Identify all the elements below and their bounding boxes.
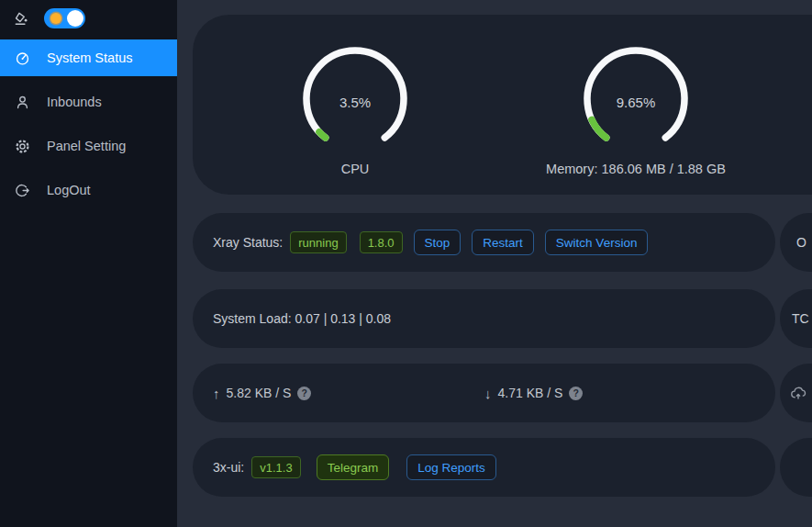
sidebar-item-label: Panel Setting <box>47 139 126 153</box>
xray-running-tag: running <box>290 231 346 253</box>
upload-speed-text: 5.82 KB / S <box>227 386 292 400</box>
right-card-connections: TC <box>780 289 812 348</box>
sidebar-menu: System Status Inbounds <box>0 39 177 208</box>
sidebar-item-panel-setting[interactable]: Panel Setting <box>0 128 177 164</box>
arrow-down-icon: ↓ <box>484 386 492 401</box>
app-version-card: 3x-ui: v1.1.3 Telegram Log Reports <box>193 438 775 497</box>
app-version-tag: v1.1.3 <box>251 456 300 478</box>
gear-icon <box>15 139 30 154</box>
sidebar-item-label: LogOut <box>47 183 91 197</box>
right-card-text-fragment: O <box>796 235 806 250</box>
log-reports-button[interactable]: Log Reports <box>406 454 496 480</box>
sidebar-theme-row <box>0 0 177 37</box>
user-icon <box>15 95 30 110</box>
memory-caption: Memory: 186.06 MB / 1.88 GB <box>544 162 728 176</box>
sun-icon <box>50 13 61 24</box>
sidebar-item-inbounds[interactable]: Inbounds <box>0 84 177 120</box>
sidebar-item-label: System Status <box>47 50 132 65</box>
telegram-button[interactable]: Telegram <box>317 454 390 480</box>
right-card-traffic <box>780 364 812 422</box>
cpu-percent: 3.5% <box>300 44 410 154</box>
right-card-uptime: O <box>780 213 812 272</box>
system-load-card: System Load: 0.07 | 0.13 | 0.08 <box>193 289 775 348</box>
dashboard-icon <box>15 50 30 66</box>
theme-color-icon[interactable] <box>14 11 29 27</box>
question-circle-icon[interactable]: ? <box>297 387 311 400</box>
sidebar-item-label: Inbounds <box>47 95 102 109</box>
upload-speed-group: ↑ 5.82 KB / S ? <box>213 386 311 401</box>
right-card-extra <box>780 438 812 497</box>
arrow-up-icon: ↑ <box>213 386 220 401</box>
network-speed-card: ↑ 5.82 KB / S ? ↓ 4.71 KB / S ? <box>193 364 775 422</box>
status-overview-card: 3.5% CPU 9.65% Memory: 186.06 MB / 1.88 … <box>193 15 812 195</box>
dark-mode-toggle[interactable] <box>44 8 85 28</box>
sidebar-item-logout[interactable]: LogOut <box>0 172 177 208</box>
question-circle-icon[interactable]: ? <box>569 387 583 400</box>
cpu-gauge: 3.5% <box>300 44 410 154</box>
sidebar: System Status Inbounds <box>0 0 177 527</box>
download-speed-group: ↓ 4.71 KB / S ? <box>484 386 583 401</box>
download-speed-text: 4.71 KB / S <box>498 386 563 400</box>
restart-button[interactable]: Restart <box>472 230 534 255</box>
memory-gauge: 9.65% <box>581 44 691 154</box>
stop-button[interactable]: Stop <box>414 230 462 255</box>
xray-status-card: Xray Status: running 1.8.0 Stop Restart … <box>193 213 775 272</box>
logout-icon <box>15 183 30 198</box>
cpu-caption: CPU <box>300 162 410 176</box>
sidebar-item-system-status[interactable]: System Status <box>0 39 177 76</box>
toggle-knob <box>67 10 83 27</box>
memory-percent: 9.65% <box>581 44 691 154</box>
cloud-upload-icon <box>790 385 806 401</box>
xray-status-label: Xray Status: <box>213 235 283 250</box>
app-window: System Status Inbounds <box>0 0 812 527</box>
system-load-text: System Load: 0.07 | 0.13 | 0.08 <box>213 311 391 326</box>
switch-version-button[interactable]: Switch Version <box>545 230 649 255</box>
app-label: 3x-ui: <box>213 460 244 475</box>
xray-version-tag: 1.8.0 <box>360 231 403 253</box>
right-card-text-fragment: TC <box>792 311 809 326</box>
main-content: 3.5% CPU 9.65% Memory: 186.06 MB / 1.88 … <box>177 0 812 527</box>
